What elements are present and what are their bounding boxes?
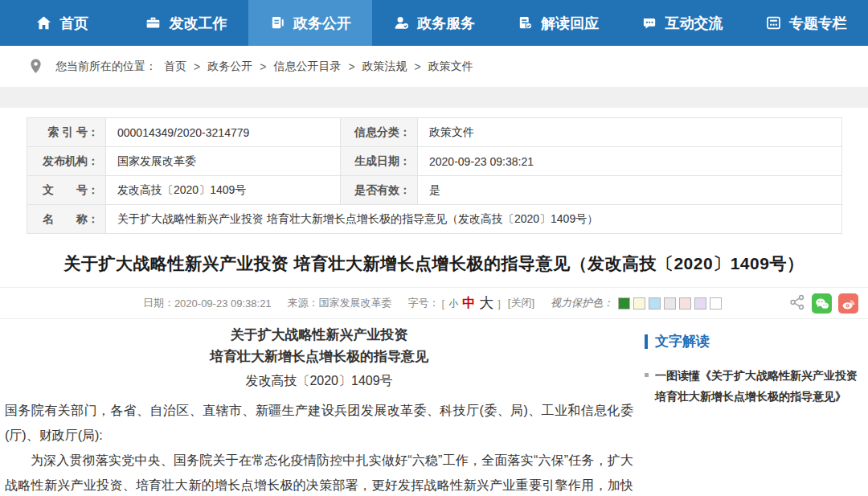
top-nav: 首页 发改工作 政务公开 政务服务 解读回应 互动交流 专题专栏 bbox=[0, 0, 868, 46]
font-medium-button[interactable]: 中 bbox=[462, 295, 475, 312]
meta-value-date: 2020-09-23 09:38:21 bbox=[418, 147, 842, 176]
location-pin-icon bbox=[29, 58, 43, 75]
nav-item-disclosure[interactable]: 政务公开 bbox=[248, 0, 372, 46]
crumb-catalog[interactable]: 信息公开目录 bbox=[273, 59, 341, 74]
sidebar-header: 文字解读 bbox=[645, 332, 858, 350]
page-title: 关于扩大战略性新兴产业投资 培育壮大新增长点增长极的指导意见（发改高技〔2020… bbox=[24, 252, 844, 275]
nav-label: 互动交流 bbox=[665, 14, 723, 33]
font-large-button[interactable]: 大 bbox=[479, 293, 493, 313]
breadcrumb-prefix: 您当前所在的位置： bbox=[55, 59, 157, 74]
doc-check-icon bbox=[517, 14, 534, 31]
article-title-line2: 培育壮大新增长点增长极的指导意见 bbox=[5, 346, 633, 367]
vision-protection: 视力保护色： bbox=[551, 296, 725, 310]
meta-value-category: 政策文件 bbox=[418, 118, 842, 147]
home-icon bbox=[35, 14, 52, 31]
nav-item-services[interactable]: 政务服务 bbox=[372, 0, 496, 46]
meta-value-agency: 国家发展改革委 bbox=[106, 147, 341, 176]
weibo-share-icon[interactable] bbox=[838, 293, 858, 314]
nav-item-interpretation[interactable]: 解读回应 bbox=[496, 0, 620, 46]
article-doc-number: 发改高技〔2020〕1409号 bbox=[5, 370, 633, 391]
crumb-policy-files[interactable]: 政策文件 bbox=[428, 59, 473, 74]
sidebar-item-label: 一图读懂《关于扩大战略性新兴产业投资 培育壮大新增长点增长极的指导意见》 bbox=[655, 365, 858, 407]
breadcrumb: 您当前所在的位置： 首页 > 政务公开 > 信息公开目录 > 政策法规 > 政策… bbox=[0, 46, 868, 87]
article-paragraph: 国务院有关部门，各省、自治区、直辖市、新疆生产建设兵团发展改革委、科技厅(委、局… bbox=[5, 398, 633, 448]
vision-color-swatch[interactable] bbox=[633, 297, 645, 309]
bullet-icon bbox=[645, 373, 649, 377]
accent-bar bbox=[645, 334, 648, 349]
wechat-share-icon[interactable] bbox=[812, 293, 832, 314]
grid-icon bbox=[765, 14, 782, 31]
vision-color-swatch[interactable] bbox=[664, 297, 676, 309]
vision-color-swatch[interactable] bbox=[679, 297, 691, 309]
meta-value-number: 发改高技〔2020〕1409号 bbox=[106, 176, 341, 205]
meta-label-number: 文 号： bbox=[27, 176, 106, 205]
document-icon bbox=[269, 14, 286, 31]
meta-label-index: 索 引 号： bbox=[27, 118, 106, 147]
source: 来源：国家发展改革委 bbox=[288, 296, 392, 310]
vision-color-swatch[interactable] bbox=[618, 297, 630, 309]
article-title-line1: 关于扩大战略性新兴产业投资 bbox=[5, 324, 633, 346]
chat-icon bbox=[641, 14, 658, 31]
vision-color-swatch[interactable] bbox=[694, 297, 706, 309]
document-meta-table: 索 引 号： 000014349/2020-3214779 信息分类： 政策文件… bbox=[27, 117, 842, 234]
table-row: 索 引 号： 000014349/2020-3214779 信息分类： 政策文件 bbox=[27, 118, 842, 147]
nav-item-special[interactable]: 专题专栏 bbox=[744, 0, 868, 46]
nav-label: 专题专栏 bbox=[789, 14, 847, 33]
nav-label: 发改工作 bbox=[169, 14, 227, 33]
meta-label-category: 信息分类： bbox=[341, 118, 418, 147]
sidebar-item-interpretation-link[interactable]: 一图读懂《关于扩大战略性新兴产业投资 培育壮大新增长点增长极的指导意见》 bbox=[645, 365, 858, 407]
vision-color-swatch[interactable] bbox=[710, 297, 722, 309]
meta-label-valid: 是否有效： bbox=[341, 176, 418, 205]
briefcase-icon bbox=[145, 14, 162, 31]
right-sidebar: 文字解读 一图读懂《关于扩大战略性新兴产业投资 培育壮大新增长点增长极的指导意见… bbox=[637, 319, 868, 407]
crumb-disclosure[interactable]: 政务公开 bbox=[207, 59, 252, 74]
nav-label: 政务公开 bbox=[293, 14, 351, 33]
nav-label: 首页 bbox=[59, 14, 88, 33]
crumb-home[interactable]: 首页 bbox=[164, 59, 186, 74]
publish-date: 日期：2020-09-23 09:38:21 bbox=[143, 296, 272, 310]
font-small-button[interactable]: 小 bbox=[448, 297, 458, 310]
share-buttons bbox=[789, 293, 858, 314]
share-icon[interactable] bbox=[789, 294, 805, 313]
table-row: 名 称： 关于扩大战略性新兴产业投资 培育壮大新增长点增长极的指导意见（发改高技… bbox=[27, 205, 842, 234]
nav-label: 解读回应 bbox=[541, 14, 599, 33]
meta-value-index: 000014349/2020-3214779 bbox=[106, 118, 341, 147]
sidebar-title: 文字解读 bbox=[655, 332, 710, 350]
meta-value-valid: 是 bbox=[418, 176, 842, 205]
meta-label-agency: 发布机构： bbox=[27, 147, 106, 176]
meta-label-date: 生成日期： bbox=[341, 147, 418, 176]
vision-color-swatch[interactable] bbox=[649, 297, 661, 309]
article: 关于扩大战略性新兴产业投资 培育壮大新增长点增长极的指导意见 发改高技〔2020… bbox=[0, 319, 637, 496]
nav-item-home[interactable]: 首页 bbox=[0, 0, 124, 46]
article-paragraph: 为深入贯彻落实党中央、国务院关于在常态化疫情防控中扎实做好“六稳”工作，全面落实… bbox=[5, 448, 633, 496]
font-size-control: 字号： [ 小 中 大 ] [关闭] bbox=[408, 293, 534, 313]
nav-item-exchange[interactable]: 互动交流 bbox=[620, 0, 743, 46]
table-row: 文 号： 发改高技〔2020〕1409号 是否有效： 是 bbox=[27, 176, 842, 205]
content-area: 关于扩大战略性新兴产业投资 培育壮大新增长点增长极的指导意见 发改高技〔2020… bbox=[0, 319, 868, 496]
meta-label-title: 名 称： bbox=[27, 205, 106, 234]
crumb-laws[interactable]: 政策法规 bbox=[362, 59, 407, 74]
nav-label: 政务服务 bbox=[417, 14, 475, 33]
meta-value-title: 关于扩大战略性新兴产业投资 培育壮大新增长点增长极的指导意见（发改高技〔2020… bbox=[106, 205, 842, 234]
divider-band bbox=[0, 87, 868, 108]
close-button[interactable]: [关闭] bbox=[508, 296, 534, 310]
nav-item-work[interactable]: 发改工作 bbox=[124, 0, 248, 46]
info-bar: 日期：2020-09-23 09:38:21 来源：国家发展改革委 字号： [ … bbox=[0, 287, 868, 319]
table-row: 发布机构： 国家发展改革委 生成日期： 2020-09-23 09:38:21 bbox=[27, 147, 842, 176]
user-icon bbox=[393, 14, 410, 31]
